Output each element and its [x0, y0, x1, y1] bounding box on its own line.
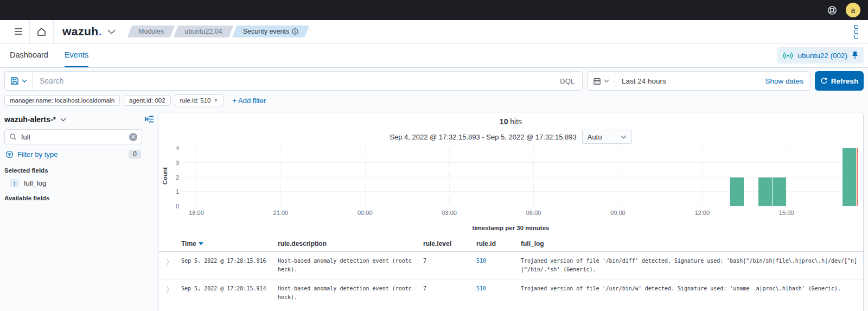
query-bar: DQL Last 24 hours Show dates Refresh [0, 68, 868, 91]
x-axis-labels: 18:0021:0000:0003:0006:0009:0012:0015:00 [183, 210, 858, 218]
expand-row-icon[interactable]: 〉 [158, 280, 177, 307]
agent-selector-button[interactable]: ubuntu22 (002) [777, 47, 864, 64]
remove-filter-icon[interactable]: × [214, 97, 218, 104]
expand-row-icon[interactable]: 〉 [158, 307, 177, 311]
menu-hamburger-icon[interactable] [8, 20, 29, 43]
time-end-marker [857, 148, 858, 206]
tab-events[interactable]: Events [65, 43, 88, 67]
table-row: 〉 Sep 5, 2022 @ 17:28:15.911 Host-based … [158, 307, 863, 311]
histogram-bar[interactable] [773, 177, 786, 207]
breadcrumb-modules[interactable]: Modules [130, 26, 173, 37]
header-rule-description[interactable]: rule.description [273, 237, 419, 251]
x-tick-label: 21:00 [273, 210, 289, 216]
y-tick-label: 0 [176, 203, 179, 210]
rule-id-link[interactable]: 510 [472, 307, 516, 311]
chevron-down-icon [60, 118, 66, 122]
add-filter-button[interactable]: + Add filter [233, 97, 266, 105]
table-header-row: Time rule.description rule.level rule.id… [158, 237, 863, 252]
filter-pill-manager-name[interactable]: manager.name: localhost.localdomain [4, 95, 120, 106]
save-icon [10, 77, 19, 85]
x-tick-label: 03:00 [442, 210, 457, 216]
x-tick-label: 18:00 [189, 210, 204, 216]
avatar[interactable]: a [846, 3, 860, 17]
documents-table: Time rule.description rule.level rule.id… [158, 237, 863, 311]
table-row: 〉 Sep 5, 2022 @ 17:28:15.916 Host-based … [158, 252, 863, 280]
date-picker: Last 24 hours Show dates [587, 71, 810, 91]
header-expand-col [158, 237, 177, 251]
selected-fields-heading: Selected fields [4, 163, 142, 176]
refresh-button[interactable]: Refresh [815, 71, 864, 91]
header-rule-id[interactable]: rule.id [472, 237, 516, 251]
x-tick-label: 06:00 [526, 210, 541, 216]
field-search-box: ✕ [4, 129, 142, 144]
pin-icon[interactable] [852, 51, 858, 60]
help-icon[interactable] [827, 5, 837, 15]
rule-id-link[interactable]: 510 [472, 280, 516, 307]
x-axis-title: timestamp per 30 minutes [158, 225, 863, 231]
x-tick-label: 09:00 [610, 210, 626, 216]
interval-select[interactable]: Auto [582, 130, 632, 144]
header-time[interactable]: Time [177, 237, 273, 251]
search-icon [9, 133, 17, 141]
y-tick-label: 1 [176, 188, 179, 195]
app-header: wazuh. Modules ubuntu22.04 Security even… [0, 20, 868, 43]
chevron-down-icon [604, 79, 609, 82]
x-tick-label: 15:00 [779, 210, 794, 216]
results-panel: 10 hits Sep 4, 2022 @ 17:32:15.893 - Sep… [158, 112, 864, 311]
sort-desc-icon[interactable] [199, 242, 203, 245]
saved-queries-button[interactable] [5, 72, 33, 90]
histogram-bar[interactable] [758, 177, 772, 207]
y-tick-label: 4 [176, 145, 179, 151]
filter-bar: manager.name: localhost.localdomain agen… [0, 91, 868, 110]
info-icon [292, 28, 298, 35]
tab-dashboard[interactable]: Dashboard [10, 43, 48, 67]
search-box: DQL [4, 71, 583, 91]
home-icon[interactable] [30, 20, 53, 43]
y-tick-label: 2 [176, 174, 179, 181]
available-fields-heading: Available fields [4, 191, 142, 204]
y-axis-title: Count [162, 149, 168, 203]
filter-type-count-badge: 0 [129, 150, 141, 158]
breadcrumb: Modules ubuntu22.04 Security events [130, 26, 307, 37]
histogram-bar[interactable] [843, 148, 856, 206]
calendar-icon [593, 77, 601, 85]
chevron-down-icon [22, 79, 27, 82]
module-tabs: Dashboard Events ubuntu22 (002) [0, 43, 868, 68]
header-full-log[interactable]: full_log [516, 237, 863, 251]
y-axis: Count 01234 [158, 148, 183, 206]
field-item-full-log[interactable]: t full_log [4, 176, 142, 191]
rule-id-link[interactable]: 510 [472, 252, 516, 279]
time-range-value[interactable]: Last 24 hours [615, 77, 758, 85]
show-dates-button[interactable]: Show dates [758, 77, 810, 85]
table-row: 〉 Sep 5, 2022 @ 17:28:15.914 Host-based … [158, 280, 863, 307]
clear-search-icon[interactable]: ✕ [129, 133, 137, 141]
histogram-plot[interactable] [183, 148, 858, 206]
search-input[interactable] [33, 77, 552, 85]
logo-chevron-down-icon[interactable] [107, 29, 116, 34]
wazuh-logo[interactable]: wazuh. [62, 25, 102, 38]
filter-pill-agent-id[interactable]: agent.id: 002 [124, 95, 171, 106]
date-quick-select-button[interactable] [588, 72, 615, 90]
header-rule-level[interactable]: rule.level [419, 237, 472, 251]
query-language-button[interactable]: DQL [552, 77, 582, 85]
y-tick-label: 3 [176, 160, 179, 166]
top-dark-bar: a [0, 0, 868, 20]
filter-type-icon [5, 150, 14, 158]
collapse-sidebar-icon[interactable] [145, 115, 154, 123]
agent-radio-icon [783, 52, 793, 60]
breadcrumb-security-events[interactable]: Security events [234, 26, 307, 37]
filter-pill-rule-id[interactable]: rule.id: 510 × [175, 94, 224, 106]
x-tick-label: 00:00 [358, 210, 373, 216]
filter-by-type-button[interactable]: Filter by type 0 [4, 144, 142, 163]
field-search-input[interactable] [20, 132, 126, 142]
expand-row-icon[interactable]: 〉 [158, 252, 177, 279]
x-tick-label: 12:00 [694, 210, 710, 216]
index-pattern-label: wazuh-alerts-* [4, 115, 56, 124]
hits-count: 10 hits [158, 117, 863, 126]
panel-options-icon[interactable] [852, 23, 860, 41]
index-pattern-selector[interactable]: wazuh-alerts-* [4, 113, 142, 129]
agent-selector-label: ubuntu22 (002) [797, 52, 847, 60]
breadcrumb-agent[interactable]: ubuntu22.04 [176, 26, 231, 37]
fields-sidebar: wazuh-alerts-* ✕ Filter by type 0 Select… [4, 113, 142, 204]
histogram-bar[interactable] [730, 177, 744, 207]
